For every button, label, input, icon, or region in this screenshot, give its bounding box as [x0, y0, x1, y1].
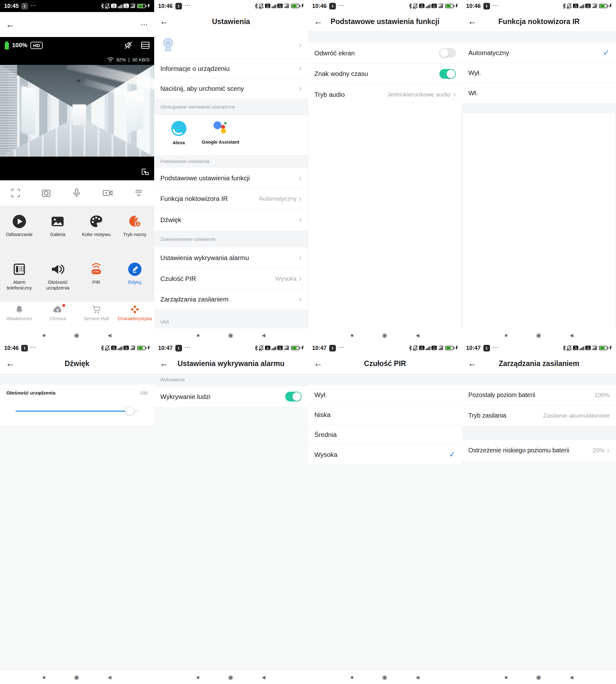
camera-video-frame	[0, 65, 154, 157]
tab-cloud[interactable]: Chmura	[39, 301, 77, 329]
back-arrow-icon[interactable]: ←	[314, 17, 323, 26]
nav-recents-icon[interactable]: ■	[197, 333, 199, 338]
flip-screen-toggle[interactable]	[439, 48, 456, 58]
mute-bell-icon	[567, 3, 571, 9]
svg-text:LTE+: LTE+	[131, 345, 136, 347]
caller-app-icon: t	[21, 345, 28, 351]
nav-home-icon[interactable]: ◉	[74, 674, 80, 681]
nav-back-icon[interactable]: ◀	[108, 333, 111, 338]
signal-bars-icon	[426, 4, 431, 8]
video-player[interactable]: 100% HD 92% | 30 KB/S	[0, 37, 154, 180]
row-value: Automatyczny	[259, 195, 296, 202]
status-bar: 10:46 t ⋯ VoLTE VoLTE LTE+ 55	[462, 0, 616, 12]
section-spacer	[462, 426, 616, 440]
quality-list-icon[interactable]	[141, 41, 150, 49]
hd-badge[interactable]: HD	[30, 42, 43, 49]
feature-playback[interactable]: Odtwarzanie	[0, 206, 39, 253]
row-run-scenes[interactable]: Naciśnij, aby urchomić sceny ›	[154, 78, 308, 98]
phone-settings: 10:46 t ⋯ VoLTE VoLTE LTE+ 55 ← Ustawien…	[154, 0, 308, 342]
nav-recents-icon[interactable]: ■	[505, 675, 507, 680]
volume-slider[interactable]	[16, 411, 139, 412]
snapshot-icon[interactable]	[42, 188, 51, 198]
fullscreen-icon[interactable]	[11, 188, 20, 198]
nav-recents-icon[interactable]: ■	[351, 333, 354, 338]
status-more-icon: ⋯	[338, 344, 345, 351]
nav-back-icon[interactable]: ◀	[416, 333, 419, 338]
option-off[interactable]: Wył.	[462, 63, 616, 83]
nav-home-icon[interactable]: ◉	[536, 674, 541, 681]
option-automatic[interactable]: Automatyczny ✓	[462, 43, 616, 63]
nav-home-icon[interactable]: ◉	[536, 332, 541, 339]
back-arrow-icon[interactable]: ←	[468, 17, 477, 26]
back-arrow-icon[interactable]: ←	[6, 20, 15, 29]
back-arrow-icon[interactable]: ←	[468, 359, 477, 368]
android-nav-bar: ■ ◉ ◀	[308, 328, 462, 342]
row-alarm-detection[interactable]: Ustawienia wykrywania alarmu ›	[154, 247, 308, 268]
tab-service-hall[interactable]: Service Hall	[77, 301, 115, 329]
row-human-detection: Wykrywanie ludzi	[154, 386, 308, 407]
feature-night-mode[interactable]: A Tryb nocny	[115, 206, 154, 253]
option-high[interactable]: Wysoka ✓	[308, 444, 462, 464]
record-icon[interactable]	[103, 188, 113, 198]
back-arrow-icon[interactable]: ←	[160, 17, 169, 26]
mute-speaker-icon[interactable]	[124, 41, 133, 50]
nav-recents-icon[interactable]: ■	[505, 333, 507, 338]
nav-home-icon[interactable]: ◉	[228, 332, 233, 339]
row-device-info[interactable]: Informacje o urządzeniu ›	[154, 59, 308, 78]
status-bar: 10:47 t ⋯ VoLTE VoLTE LTE+ 55	[308, 342, 462, 354]
back-arrow-icon[interactable]: ←	[6, 359, 15, 368]
row-audio-mode[interactable]: Tryb audio Jednokierunkowe audio›	[308, 84, 462, 105]
status-icons: VoLTE VoLTE LTE+ 55	[409, 2, 458, 9]
feature-pir[interactable]: PIR	[77, 253, 115, 301]
more-menu-icon[interactable]: ⋯	[141, 21, 149, 29]
feature-phone-alarm[interactable]: Alarm telefoniczny	[0, 253, 39, 301]
time-watermark-toggle[interactable]	[439, 69, 456, 79]
volte-badge: VoLTE	[573, 4, 578, 8]
svg-text:LTE: LTE	[420, 348, 423, 350]
microphone-icon[interactable]	[72, 188, 81, 198]
nav-recents-icon[interactable]: ■	[43, 675, 46, 680]
option-medium[interactable]: Średnia	[308, 425, 462, 444]
nav-back-icon[interactable]: ◀	[108, 675, 111, 680]
row-power-management[interactable]: Zarządzania zasilaniem ›	[154, 289, 308, 310]
status-time: 10:46	[158, 3, 173, 9]
nav-recents-icon[interactable]: ■	[197, 675, 199, 680]
google-assistant-item[interactable]: Google Assistant	[195, 120, 246, 144]
nav-home-icon[interactable]: ◉	[382, 332, 388, 339]
picture-in-picture-icon[interactable]	[141, 168, 150, 176]
nav-recents-icon[interactable]: ■	[43, 333, 46, 338]
collapse-panel-icon[interactable]	[134, 188, 144, 198]
svg-text:A: A	[137, 222, 139, 226]
option-on[interactable]: Wł.	[462, 83, 616, 103]
feature-edit[interactable]: Edytuj	[115, 253, 154, 301]
row-basic-functions[interactable]: Podstawowe ustawienia funkcji ›	[154, 168, 308, 188]
option-off[interactable]: Wył.	[308, 385, 462, 405]
nav-home-icon[interactable]: ◉	[382, 674, 388, 681]
caller-app-icon: t	[483, 345, 490, 351]
row-sound[interactable]: Dźwięk ›	[154, 209, 308, 231]
nav-recents-icon[interactable]: ■	[351, 675, 354, 680]
feature-theme-color[interactable]: Kolor motywu	[77, 206, 115, 253]
status-time: 10:47	[466, 345, 481, 351]
nav-home-icon[interactable]: ◉	[228, 674, 233, 681]
row-low-battery-warning[interactable]: Ostrzeżenie niskiego poziomu baterii 20%…	[462, 440, 616, 461]
nav-home-icon[interactable]: ◉	[74, 332, 80, 339]
nav-back-icon[interactable]: ◀	[262, 675, 266, 680]
row-ir-night-vision[interactable]: Funkcja noktowizora IR Automatyczny›	[154, 188, 308, 209]
nav-back-icon[interactable]: ◀	[570, 333, 574, 338]
nav-back-icon[interactable]: ◀	[262, 333, 266, 338]
nav-back-icon[interactable]: ◀	[416, 675, 419, 680]
option-low[interactable]: Niska	[308, 405, 462, 425]
tab-messages[interactable]: Wiadomości	[0, 301, 39, 329]
nav-back-icon[interactable]: ◀	[570, 675, 574, 680]
tab-characteristics[interactable]: Charakterystyka	[115, 301, 154, 329]
back-arrow-icon[interactable]: ←	[314, 359, 323, 368]
alexa-item[interactable]: Alexa	[162, 120, 195, 145]
back-arrow-icon[interactable]: ←	[160, 359, 169, 368]
device-row[interactable]: ›	[154, 31, 308, 59]
feature-gallery[interactable]: Galeria	[39, 206, 77, 253]
feature-device-volume[interactable]: Głośność urządzenia	[39, 253, 77, 301]
battery-icon: 55	[137, 4, 147, 8]
row-pir-sensitivity[interactable]: Czułość PIR Wysoka›	[154, 268, 308, 289]
human-detection-toggle[interactable]	[285, 392, 302, 402]
